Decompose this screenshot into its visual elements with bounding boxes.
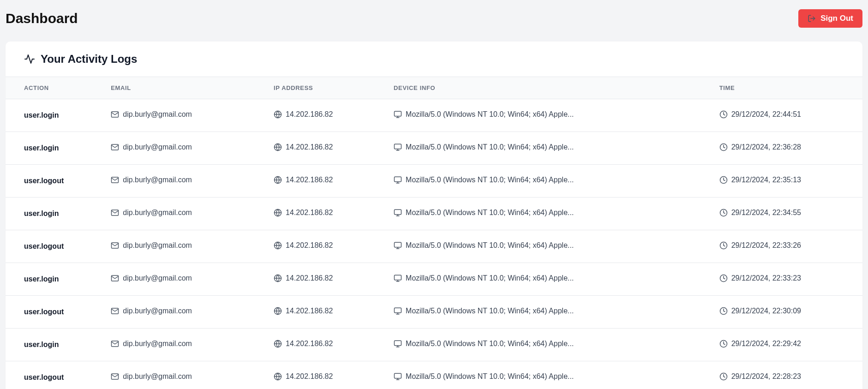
col-email-header: EMAIL [100,77,263,99]
ip-text: 14.202.186.82 [286,143,333,151]
activity-table: ACTION EMAIL IP ADDRESS DEVICE INFO TIME… [6,77,862,389]
mail-icon [111,307,119,315]
mail-icon [111,241,119,250]
clock-icon [719,176,728,184]
ip-text: 14.202.186.82 [286,241,333,250]
page-header: Dashboard Sign Out [0,0,868,42]
activity-card: Your Activity Logs ACTION EMAIL IP ADDRE… [6,42,862,389]
action-cell: user.login [6,132,100,165]
email-cell: dip.burly@gmail.com [100,99,263,132]
device-cell: Mozilla/5.0 (Windows NT 10.0; Win64; x64… [383,165,708,197]
col-action-header: ACTION [6,77,100,99]
email-cell: dip.burly@gmail.com [100,263,263,296]
clock-icon [719,241,728,250]
action-cell: user.login [6,197,100,230]
device-cell: Mozilla/5.0 (Windows NT 10.0; Win64; x64… [383,132,708,165]
signout-icon [808,14,816,23]
ip-text: 14.202.186.82 [286,274,333,282]
globe-icon [274,176,282,184]
clock-icon [719,143,728,151]
time-text: 29/12/2024, 22:33:23 [731,274,801,282]
table-row: user.login dip.burly@gmail.com 14.202.18… [6,132,862,165]
device-cell: Mozilla/5.0 (Windows NT 10.0; Win64; x64… [383,230,708,263]
mail-icon [111,340,119,348]
device-cell: Mozilla/5.0 (Windows NT 10.0; Win64; x64… [383,99,708,132]
activity-icon [24,54,35,65]
action-cell: user.logout [6,361,100,389]
time-cell: 29/12/2024, 22:35:13 [708,165,862,197]
monitor-icon [394,372,402,381]
ip-cell: 14.202.186.82 [263,296,383,329]
table-row: user.login dip.burly@gmail.com 14.202.18… [6,263,862,296]
monitor-icon [394,209,402,217]
monitor-icon [394,340,402,348]
action-cell: user.login [6,329,100,361]
svg-rect-4 [395,111,401,116]
monitor-icon [394,110,402,119]
page-title: Dashboard [6,11,78,26]
device-text: Mozilla/5.0 (Windows NT 10.0; Win64; x64… [406,143,574,151]
device-text: Mozilla/5.0 (Windows NT 10.0; Win64; x64… [406,110,574,119]
ip-cell: 14.202.186.82 [263,329,383,361]
ip-text: 14.202.186.82 [286,209,333,217]
time-text: 29/12/2024, 22:35:13 [731,176,801,184]
svg-rect-32 [395,242,401,247]
clock-icon [719,372,728,381]
device-text: Mozilla/5.0 (Windows NT 10.0; Win64; x64… [406,307,574,315]
device-text: Mozilla/5.0 (Windows NT 10.0; Win64; x64… [406,176,574,184]
email-text: dip.burly@gmail.com [123,372,192,381]
monitor-icon [394,176,402,184]
email-cell: dip.burly@gmail.com [100,230,263,263]
ip-text: 14.202.186.82 [286,372,333,381]
ip-cell: 14.202.186.82 [263,99,383,132]
signout-button[interactable]: Sign Out [798,9,862,28]
device-cell: Mozilla/5.0 (Windows NT 10.0; Win64; x64… [383,263,708,296]
clock-icon [719,110,728,119]
device-text: Mozilla/5.0 (Windows NT 10.0; Win64; x64… [406,241,574,250]
svg-rect-46 [395,308,401,313]
table-row: user.logout dip.burly@gmail.com 14.202.1… [6,165,862,197]
mail-icon [111,372,119,381]
email-text: dip.burly@gmail.com [123,209,192,217]
globe-icon [274,209,282,217]
table-row: user.logout dip.burly@gmail.com 14.202.1… [6,296,862,329]
action-cell: user.login [6,263,100,296]
device-text: Mozilla/5.0 (Windows NT 10.0; Win64; x64… [406,274,574,282]
device-cell: Mozilla/5.0 (Windows NT 10.0; Win64; x64… [383,296,708,329]
svg-rect-11 [395,144,401,149]
time-text: 29/12/2024, 22:30:09 [731,307,801,315]
ip-cell: 14.202.186.82 [263,165,383,197]
mail-icon [111,274,119,282]
time-cell: 29/12/2024, 22:33:26 [708,230,862,263]
globe-icon [274,110,282,119]
email-cell: dip.burly@gmail.com [100,329,263,361]
device-text: Mozilla/5.0 (Windows NT 10.0; Win64; x64… [406,209,574,217]
time-cell: 29/12/2024, 22:33:23 [708,263,862,296]
table-row: user.logout dip.burly@gmail.com 14.202.1… [6,230,862,263]
email-text: dip.burly@gmail.com [123,241,192,250]
time-cell: 29/12/2024, 22:29:42 [708,329,862,361]
col-ip-header: IP ADDRESS [263,77,383,99]
mail-icon [111,143,119,151]
signout-label: Sign Out [820,14,853,23]
email-cell: dip.burly@gmail.com [100,165,263,197]
email-text: dip.burly@gmail.com [123,307,192,315]
email-text: dip.burly@gmail.com [123,274,192,282]
monitor-icon [394,274,402,282]
col-time-header: TIME [708,77,862,99]
clock-icon [719,340,728,348]
email-cell: dip.burly@gmail.com [100,296,263,329]
clock-icon [719,274,728,282]
device-cell: Mozilla/5.0 (Windows NT 10.0; Win64; x64… [383,361,708,389]
ip-text: 14.202.186.82 [286,307,333,315]
mail-icon [111,209,119,217]
time-text: 29/12/2024, 22:44:51 [731,110,801,119]
ip-text: 14.202.186.82 [286,110,333,119]
clock-icon [719,307,728,315]
email-cell: dip.burly@gmail.com [100,361,263,389]
ip-cell: 14.202.186.82 [263,361,383,389]
action-cell: user.logout [6,230,100,263]
table-row: user.login dip.burly@gmail.com 14.202.18… [6,197,862,230]
globe-icon [274,241,282,250]
time-cell: 29/12/2024, 22:28:23 [708,361,862,389]
